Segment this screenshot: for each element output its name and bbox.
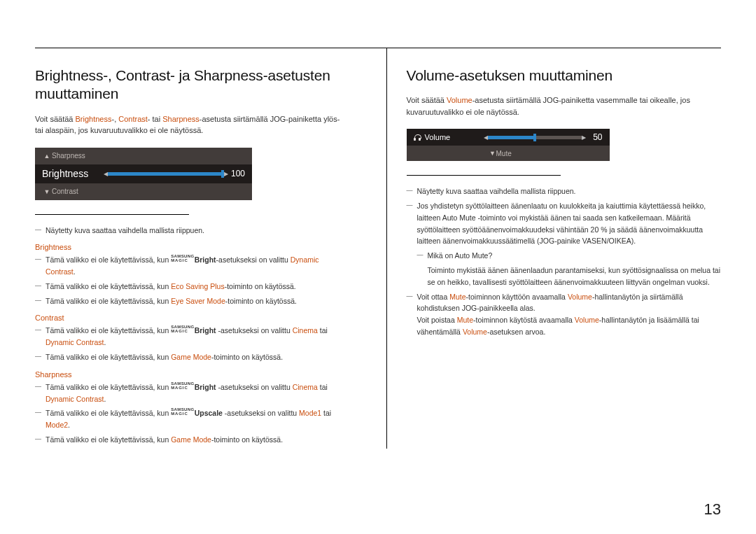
down-arrow-icon: ▼ <box>42 188 52 195</box>
image-may-vary-note: Näytetty kuva saattaa vaihdella mallista… <box>35 225 350 237</box>
right-column: Volume-asetuksen muuttaminen Voit säätää… <box>386 48 722 449</box>
volume-slider <box>488 136 582 139</box>
headphones-icon <box>414 134 421 141</box>
brightness-section-heading: Brightness-, Contrast- ja Sharpness-aset… <box>35 66 350 104</box>
mute-instructions: Voit ottaa Mute-toiminnon käyttöön avaam… <box>407 291 722 338</box>
auto-mute-question: Mikä on Auto Mute? <box>417 250 722 262</box>
volume-value: 50 <box>586 132 603 142</box>
osd-mute-label: Mute <box>496 150 512 157</box>
osd-main-label: Brightness <box>42 168 104 179</box>
divider <box>35 214 189 215</box>
brightness-osd: ▲ Sharpness Brightness ◀ ▶ 100 ▼ Contras… <box>35 148 252 200</box>
brightness-value: 100 <box>228 169 245 178</box>
brightness-subhead: Brightness <box>35 243 350 251</box>
auto-mute-answer: Toiminto mykistää äänen äänenlaadun para… <box>417 265 722 288</box>
note-item: Tämä valikko ei ole käytettävissä, kun S… <box>35 325 350 349</box>
osd-bottom-label: Contrast <box>52 188 78 195</box>
note-item: Tämä valikko ei ole käytettävissä, kun S… <box>35 381 350 405</box>
up-arrow-icon: ▲ <box>42 153 52 160</box>
divider <box>407 175 561 176</box>
volume-section-heading: Volume-asetuksen muuttaminen <box>407 66 722 85</box>
down-arrow-icon: ▼ <box>489 150 496 157</box>
volume-osd: Volume ◀ ▶ 50 ▼ Mute <box>407 129 610 161</box>
image-may-vary-note: Näytetty kuva saattaa vaihdella mallista… <box>407 185 722 197</box>
page-number: 13 <box>704 500 721 519</box>
volume-intro: Voit säätää Volume-asetusta siirtämällä … <box>407 94 722 118</box>
auto-mute-note: Jos yhdistetyn syöttölaitteen äänenlaatu… <box>407 200 722 288</box>
note-item: Tämä valikko ei ole käytettävissä, kun G… <box>35 434 350 446</box>
note-item: Tämä valikko ei ole käytettävissä, kun S… <box>35 254 350 278</box>
sharpness-notes: Tämä valikko ei ole käytettävissä, kun S… <box>35 381 350 446</box>
brightness-slider <box>108 172 224 176</box>
contrast-notes: Tämä valikko ei ole käytettävissä, kun S… <box>35 325 350 363</box>
brightness-intro: Voit säätää Brightness-, Contrast- tai S… <box>35 113 350 136</box>
contrast-subhead: Contrast <box>35 314 350 322</box>
osd-top-label: Sharpness <box>52 152 85 160</box>
sharpness-subhead: Sharpness <box>35 370 350 379</box>
note-item: Tämä valikko ei ole käytettävissä, kun S… <box>35 407 350 431</box>
brightness-notes: Tämä valikko ei ole käytettävissä, kun S… <box>35 254 350 307</box>
note-item: Tämä valikko ei ole käytettävissä, kun E… <box>35 295 350 307</box>
left-column: Brightness-, Contrast- ja Sharpness-aset… <box>35 48 350 449</box>
note-item: Tämä valikko ei ole käytettävissä, kun E… <box>35 281 350 293</box>
osd-volume-label: Volume <box>425 133 451 141</box>
note-item: Tämä valikko ei ole käytettävissä, kun G… <box>35 351 350 363</box>
